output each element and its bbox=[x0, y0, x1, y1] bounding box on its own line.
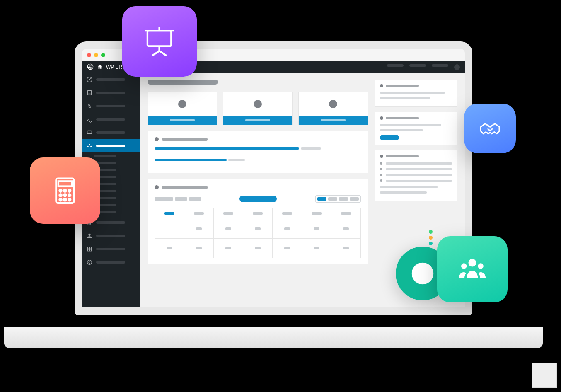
svg-point-4 bbox=[89, 106, 91, 107]
sidebar-item-erp[interactable] bbox=[82, 139, 140, 152]
sidebar-widget bbox=[375, 150, 457, 201]
calendar-cell[interactable] bbox=[214, 239, 243, 258]
calendar-cell[interactable] bbox=[243, 239, 273, 258]
status-dot-orange bbox=[429, 236, 433, 240]
sidebar-item-collapse[interactable] bbox=[82, 256, 140, 269]
calendar-cell[interactable] bbox=[273, 219, 302, 238]
close-window-icon[interactable] bbox=[87, 53, 91, 57]
sidebar-item-label bbox=[96, 248, 125, 250]
minimize-window-icon[interactable] bbox=[94, 53, 98, 57]
status-dot-teal bbox=[429, 242, 433, 245]
widget-icon bbox=[380, 84, 383, 87]
calendar-cell[interactable] bbox=[214, 219, 243, 238]
maximize-window-icon[interactable] bbox=[101, 53, 105, 57]
sidebar-item-label bbox=[96, 105, 125, 107]
calendar-grid bbox=[155, 208, 361, 258]
calendar-view-day[interactable] bbox=[339, 197, 348, 201]
stat-icon bbox=[254, 100, 262, 108]
posts-icon bbox=[86, 90, 93, 96]
users-icon bbox=[86, 232, 93, 239]
svg-point-33 bbox=[64, 198, 66, 201]
laptop-base bbox=[4, 327, 543, 348]
widget-icon bbox=[380, 155, 383, 158]
widget-icon bbox=[380, 116, 383, 120]
home-icon[interactable] bbox=[97, 64, 103, 71]
widget-text bbox=[380, 92, 445, 94]
presentation-icon bbox=[139, 22, 179, 60]
sidebar-item-tools[interactable] bbox=[82, 242, 140, 256]
erp-icon bbox=[86, 143, 93, 149]
svg-point-29 bbox=[59, 194, 61, 196]
widget-list-item[interactable] bbox=[380, 162, 452, 165]
calendar-cell[interactable] bbox=[302, 219, 331, 238]
calendar-day-header bbox=[184, 208, 214, 219]
sidebar-item-media[interactable] bbox=[82, 99, 140, 113]
feature-bubble-crm bbox=[464, 104, 516, 153]
svg-point-37 bbox=[478, 263, 483, 269]
calendar-day-header bbox=[155, 208, 184, 219]
svg-line-22 bbox=[160, 51, 167, 56]
svg-rect-13 bbox=[87, 247, 89, 249]
calendar-prev-button[interactable] bbox=[175, 197, 187, 201]
svg-point-12 bbox=[88, 234, 90, 236]
stat-footer[interactable] bbox=[223, 116, 292, 125]
user-avatar-icon[interactable] bbox=[454, 64, 460, 70]
widget-title bbox=[386, 155, 419, 157]
calendar-next-button[interactable] bbox=[189, 197, 201, 201]
pages-icon bbox=[86, 116, 93, 123]
sidebar-item-label bbox=[96, 235, 125, 237]
panel-title bbox=[162, 138, 208, 141]
stat-footer[interactable] bbox=[299, 116, 368, 125]
widget-list-item[interactable] bbox=[380, 174, 452, 176]
calendar-cell[interactable] bbox=[184, 239, 214, 258]
svg-line-21 bbox=[152, 51, 160, 56]
widget-action-button[interactable] bbox=[380, 135, 399, 140]
calendar-cell[interactable] bbox=[243, 219, 273, 238]
wordpress-logo-icon[interactable] bbox=[87, 63, 94, 71]
comments-icon bbox=[86, 129, 93, 136]
svg-point-27 bbox=[64, 189, 66, 191]
widget-list-item[interactable] bbox=[380, 168, 452, 170]
svg-point-30 bbox=[64, 194, 66, 196]
svg-rect-15 bbox=[87, 249, 89, 251]
calendar-cell[interactable] bbox=[331, 239, 360, 258]
stat-icon bbox=[178, 100, 186, 108]
svg-point-8 bbox=[90, 146, 92, 147]
calendar-view-week[interactable] bbox=[328, 197, 337, 201]
calendar-view-month[interactable] bbox=[317, 197, 326, 201]
sidebar-item-pages[interactable] bbox=[82, 113, 140, 126]
calendar-cell[interactable] bbox=[331, 219, 360, 238]
calendar-toolbar bbox=[155, 195, 361, 203]
calendar-today-button[interactable] bbox=[155, 197, 173, 201]
svg-point-34 bbox=[68, 198, 70, 201]
calendar-cell[interactable] bbox=[184, 219, 214, 238]
adminbar-item[interactable] bbox=[409, 64, 426, 67]
sidebar-item-comments[interactable] bbox=[82, 126, 140, 139]
svg-point-17 bbox=[87, 260, 92, 265]
sidebar-widget bbox=[375, 112, 457, 145]
adminbar-item[interactable] bbox=[432, 64, 448, 67]
handshake-icon bbox=[476, 115, 504, 142]
progress-bar bbox=[155, 147, 361, 150]
calendar-cell[interactable] bbox=[155, 219, 184, 238]
adminbar-item[interactable] bbox=[387, 64, 404, 67]
calendar-day-header bbox=[302, 208, 331, 219]
media-icon bbox=[86, 103, 93, 109]
sidebar-item-posts[interactable] bbox=[82, 86, 140, 99]
widget-list-item[interactable] bbox=[380, 179, 452, 182]
calendar-view-list[interactable] bbox=[350, 197, 359, 201]
calendar-cell[interactable] bbox=[155, 239, 184, 258]
calendar-cell[interactable] bbox=[302, 239, 331, 258]
panel-icon bbox=[155, 137, 159, 141]
page-title bbox=[148, 80, 218, 85]
svg-point-36 bbox=[461, 263, 467, 269]
svg-point-35 bbox=[469, 259, 476, 266]
calendar-cell[interactable] bbox=[273, 239, 302, 258]
stat-cards-row bbox=[148, 92, 368, 125]
sidebar-item-users[interactable] bbox=[82, 229, 140, 242]
stat-footer[interactable] bbox=[148, 116, 217, 125]
calendar-day-header bbox=[243, 208, 273, 219]
calendar-current-period bbox=[239, 196, 277, 202]
widget-text bbox=[380, 124, 441, 126]
calendar-panel bbox=[148, 179, 368, 264]
